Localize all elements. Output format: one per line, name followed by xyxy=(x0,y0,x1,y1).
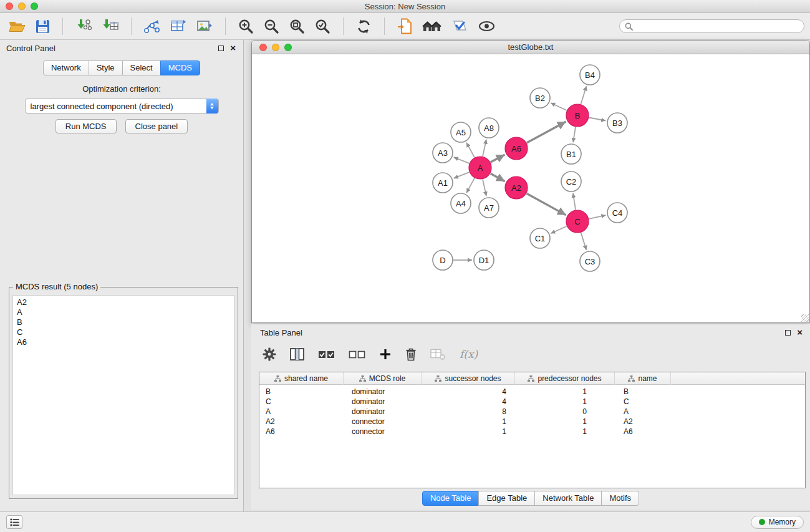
mcds-result-item[interactable]: B xyxy=(17,317,230,327)
toolbar-search[interactable] xyxy=(619,19,804,33)
graph-edge-A-A2[interactable] xyxy=(491,173,505,181)
graph-node-A8[interactable]: A8 xyxy=(479,118,499,138)
network-maximize-button[interactable] xyxy=(284,44,292,51)
column-header-predecessor-nodes[interactable]: predecessor nodes xyxy=(515,372,615,385)
column-header-name[interactable]: name xyxy=(615,372,671,385)
zoom-out-button[interactable] xyxy=(264,19,279,34)
graph-edge-B-B3[interactable] xyxy=(589,118,606,121)
close-table-panel-icon[interactable]: × xyxy=(797,329,803,336)
graphics-details-button[interactable] xyxy=(451,19,468,34)
graph-node-D[interactable]: D xyxy=(433,250,453,270)
graph-node-C2[interactable]: C2 xyxy=(561,172,581,191)
graph-node-A[interactable]: A xyxy=(469,157,491,179)
tab-motifs[interactable]: Motifs xyxy=(601,491,639,506)
graph-node-B2[interactable]: B2 xyxy=(530,88,550,108)
graph-node-A7[interactable]: A7 xyxy=(479,198,499,218)
memory-button[interactable]: Memory xyxy=(751,516,804,529)
graph-node-A1[interactable]: A1 xyxy=(433,173,453,193)
resize-grip[interactable] xyxy=(801,314,809,322)
show-view-button[interactable] xyxy=(478,20,495,32)
column-header-mcds-role[interactable]: MCDS role xyxy=(344,372,422,385)
mcds-result-item[interactable]: A xyxy=(17,307,230,317)
float-panel-icon[interactable] xyxy=(218,46,224,51)
graph-edge-C-C3[interactable] xyxy=(581,233,587,250)
graph-node-B4[interactable]: B4 xyxy=(580,65,600,85)
function-builder-button[interactable]: f(x) xyxy=(460,348,478,360)
mcds-result-item[interactable]: A6 xyxy=(17,337,230,347)
graph-edge-C-C4[interactable] xyxy=(589,215,606,219)
graph-node-A6[interactable]: A6 xyxy=(505,137,528,160)
task-history-button[interactable] xyxy=(6,515,22,529)
open-file-button[interactable] xyxy=(9,19,26,33)
table-row[interactable]: C dominator 4 1 C xyxy=(259,397,805,407)
mcds-result-item[interactable]: C xyxy=(17,327,230,337)
graph-edge-B-B1[interactable] xyxy=(573,127,576,142)
graph-edge-C-C1[interactable] xyxy=(551,226,566,233)
tab-network-table[interactable]: Network Table xyxy=(534,491,602,506)
network-button[interactable] xyxy=(144,19,160,34)
network-graph[interactable]: B4B2BB3A5A8A6B1A3AC2A1A2A4A7C1CC4C3DD1 xyxy=(252,55,809,322)
table-button[interactable] xyxy=(170,19,186,34)
tab-edge-table[interactable]: Edge Table xyxy=(478,491,535,506)
first-neighbors-button[interactable] xyxy=(422,19,441,34)
graph-edge-A-A4[interactable] xyxy=(466,178,475,193)
close-window-button[interactable] xyxy=(6,2,13,10)
tab-select[interactable]: Select xyxy=(122,60,161,75)
graph-edge-A2-C[interactable] xyxy=(527,193,566,215)
graph-edge-A6-B[interactable] xyxy=(527,122,566,143)
graph-node-C4[interactable]: C4 xyxy=(607,203,627,223)
column-header-shared-name[interactable]: shared name xyxy=(259,372,344,385)
graph-edge-A-A6[interactable] xyxy=(491,155,505,162)
graph-node-A5[interactable]: A5 xyxy=(451,122,471,142)
tab-network[interactable]: Network xyxy=(43,60,89,75)
minimize-window-button[interactable] xyxy=(18,2,26,10)
show-columns-button[interactable] xyxy=(290,348,304,360)
zoom-in-button[interactable] xyxy=(238,19,254,34)
graph-edge-A-A8[interactable] xyxy=(483,140,486,157)
maximize-window-button[interactable] xyxy=(31,2,38,10)
column-settings-button[interactable] xyxy=(263,347,276,361)
import-network-file-button[interactable] xyxy=(75,19,92,34)
graph-edge-B-B4[interactable] xyxy=(581,86,587,104)
table-row[interactable]: A2 connector 1 1 A2 xyxy=(259,417,805,427)
graph-edge-A-A7[interactable] xyxy=(483,180,486,196)
network-canvas[interactable]: B4B2BB3A5A8A6B1A3AC2A1A2A4A7C1CC4C3DD1 xyxy=(252,55,809,322)
save-session-button[interactable] xyxy=(36,19,50,34)
deselect-all-button[interactable] xyxy=(349,349,365,360)
mcds-result-item[interactable]: A2 xyxy=(17,297,230,307)
close-panel-icon[interactable]: × xyxy=(230,45,236,51)
tab-node-table[interactable]: Node Table xyxy=(422,491,480,506)
graph-node-C1[interactable]: C1 xyxy=(530,228,550,248)
network-close-button[interactable] xyxy=(259,44,267,51)
float-table-panel-icon[interactable] xyxy=(785,330,791,336)
table-row[interactable]: A dominator 8 0 A xyxy=(259,407,805,417)
delete-table-button[interactable] xyxy=(430,349,446,360)
graph-edge-A-A5[interactable] xyxy=(466,143,475,158)
graph-edge-A-A3[interactable] xyxy=(454,157,470,163)
graph-node-A2[interactable]: A2 xyxy=(505,177,528,199)
graph-node-C3[interactable]: C3 xyxy=(580,251,600,271)
select-all-button[interactable] xyxy=(318,349,335,360)
graph-edge-A-A1[interactable] xyxy=(454,172,470,178)
document-button[interactable] xyxy=(397,18,412,34)
graph-node-B[interactable]: B xyxy=(566,104,589,127)
create-column-button[interactable] xyxy=(379,348,392,360)
search-input[interactable] xyxy=(636,21,804,32)
run-mcds-button[interactable]: Run MCDS xyxy=(55,119,117,133)
graph-node-B1[interactable]: B1 xyxy=(561,144,581,164)
table-row[interactable]: B dominator 4 1 B xyxy=(259,387,805,397)
refresh-view-button[interactable] xyxy=(356,19,372,34)
close-panel-button[interactable]: Close panel xyxy=(125,119,188,133)
export-image-button[interactable] xyxy=(196,19,213,34)
tab-style[interactable]: Style xyxy=(89,60,123,75)
tab-mcds[interactable]: MCDS xyxy=(160,60,200,75)
graph-node-C[interactable]: C xyxy=(566,210,589,233)
import-table-file-button[interactable] xyxy=(102,19,118,34)
graph-node-A3[interactable]: A3 xyxy=(433,143,453,163)
column-header-successor-nodes[interactable]: successor nodes xyxy=(422,372,515,385)
criterion-dropdown[interactable]: largest connected component (directed) xyxy=(25,99,219,114)
graph-edge-B-B2[interactable] xyxy=(551,103,567,110)
delete-column-button[interactable] xyxy=(405,347,417,361)
graph-edge-C-C2[interactable] xyxy=(573,193,576,210)
table-row[interactable]: A6 connector 1 1 A6 xyxy=(259,427,805,437)
